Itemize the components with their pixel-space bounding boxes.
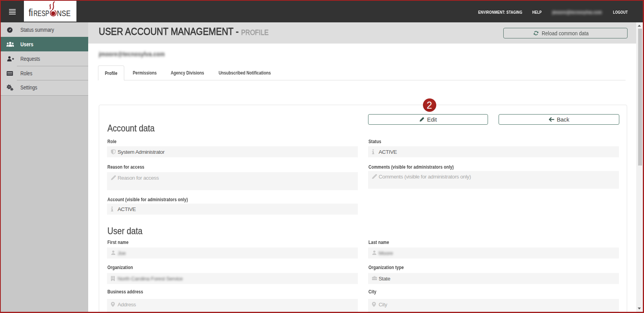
svg-text:fi: fi xyxy=(29,7,33,18)
svg-text:NSE: NSE xyxy=(57,9,71,18)
svg-text:RESP: RESP xyxy=(34,9,49,18)
